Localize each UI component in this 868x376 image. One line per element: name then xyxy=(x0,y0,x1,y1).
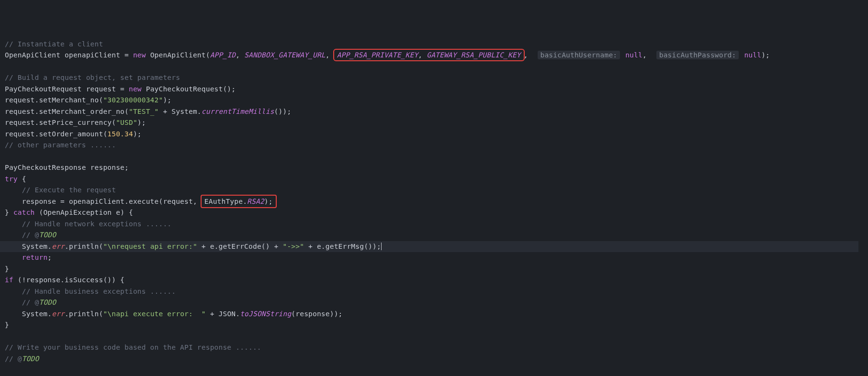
code-text: ); xyxy=(761,51,770,59)
const-private-key: APP_RSA_PRIVATE_KEY xyxy=(337,51,418,59)
param-hint: basicAuthPassword: xyxy=(656,51,739,59)
field-err: err xyxy=(52,310,65,318)
const-rsa2: RSA2 xyxy=(247,198,264,205)
method-call: currentTimeMillis xyxy=(202,108,274,115)
code-text: + System. xyxy=(158,108,201,115)
code-text: request.setOrder_amount( xyxy=(5,130,107,138)
code-text: + e.getErrCode() + xyxy=(197,243,283,250)
code-text: } xyxy=(5,209,13,216)
code-text: OpenApiClient( xyxy=(146,51,210,59)
code-text: System. xyxy=(5,243,52,250)
code-text: request.setMerchant_no( xyxy=(5,96,103,104)
comment-text: // @ xyxy=(5,299,39,306)
string-literal: "\nrequest api error:" xyxy=(103,243,197,250)
code-text: { xyxy=(18,175,26,183)
code-text: .println( xyxy=(65,243,103,250)
keyword-catch: catch xyxy=(13,209,35,216)
code-text: (!response.isSuccess()) { xyxy=(13,276,124,284)
comment-line: // Build a request object, set parameter… xyxy=(5,74,180,81)
code-text: , xyxy=(524,51,532,59)
const-app-id: APP_ID xyxy=(210,51,236,59)
todo-marker: TODO xyxy=(22,355,39,363)
code-text: ; xyxy=(47,254,52,261)
comment-text: // @ xyxy=(5,355,22,363)
string-literal: "->>" xyxy=(282,243,304,250)
string-literal: "302300000342" xyxy=(103,96,163,104)
todo-marker: TODO xyxy=(39,299,56,306)
comment-line: // @TODO xyxy=(5,299,56,306)
comment-line: // other parameters ...... xyxy=(5,141,116,149)
code-text: + e.getErrMsg()); xyxy=(304,243,381,250)
comment-line: // Execute the request xyxy=(5,186,116,194)
code-text: ); xyxy=(163,96,171,104)
comment-line: // @TODO xyxy=(5,355,39,363)
null-literal: null xyxy=(625,51,643,59)
code-text: request.setMerchant_order_no( xyxy=(5,108,129,115)
keyword-try: try xyxy=(5,175,18,183)
comment-line: // Write your business code based on the… xyxy=(5,343,261,351)
code-text: EAuthType. xyxy=(204,198,247,205)
code-text: ); xyxy=(137,119,146,126)
code-text: PayCheckoutRequest request = xyxy=(5,85,129,93)
code-text: request.setPrice_currency( xyxy=(5,119,116,126)
code-text: (OpenApiException e) { xyxy=(35,209,133,216)
number-literal: 150.34 xyxy=(107,130,133,138)
code-text: ); xyxy=(133,130,142,138)
highlight-box-keys: APP_RSA_PRIVATE_KEY, GATEWAY_RSA_PUBLIC_… xyxy=(333,49,525,61)
field-err: err xyxy=(52,243,65,250)
code-text: , xyxy=(418,51,427,59)
todo-marker: TODO xyxy=(39,231,56,239)
comment-line: // Handle business exceptions ...... xyxy=(5,288,176,295)
code-editor[interactable]: // Instantiate a client OpenApiClient op… xyxy=(5,39,863,365)
const-sandbox-url: SANDBOX_GATEWAY_URL xyxy=(244,51,326,59)
code-text xyxy=(5,254,22,261)
code-text: OpenApiClient openapiClient = xyxy=(5,51,133,59)
keyword-return: return xyxy=(22,254,48,261)
code-text: PayCheckoutRequest(); xyxy=(142,85,236,93)
text-cursor-icon xyxy=(381,243,382,250)
code-text: + JSON. xyxy=(206,310,240,318)
const-public-key: GATEWAY_RSA_PUBLIC_KEY xyxy=(427,51,520,59)
string-literal: "TEST_" xyxy=(129,108,159,115)
code-text: , xyxy=(236,51,244,59)
keyword-new: new xyxy=(133,51,146,59)
param-hint: basicAuthUsername: xyxy=(538,51,620,59)
keyword-new: new xyxy=(129,85,142,93)
keyword-if: if xyxy=(5,276,13,284)
comment-line: // Instantiate a client xyxy=(5,40,103,48)
code-text: ); xyxy=(264,198,273,205)
code-text: response = openapiClient.execute(request… xyxy=(5,198,197,205)
code-text: } xyxy=(5,321,9,329)
current-line: System.err.println("\nrequest api error:… xyxy=(0,241,858,253)
comment-line: // Handle network exceptions ...... xyxy=(5,220,171,228)
code-text: , xyxy=(643,51,651,59)
comment-line: // @TODO xyxy=(5,231,56,239)
code-text: ()); xyxy=(274,108,292,115)
code-text: .println( xyxy=(65,310,103,318)
method-call: toJSONString xyxy=(240,310,291,318)
comment-text: // @ xyxy=(5,231,39,239)
highlight-box-authtype: EAuthType.RSA2); xyxy=(201,195,277,208)
code-text: (response)); xyxy=(291,310,342,318)
code-text: } xyxy=(5,265,9,273)
null-literal: null xyxy=(744,51,761,59)
string-literal: "\napi execute error: " xyxy=(103,310,205,318)
code-text: , xyxy=(326,51,330,59)
string-literal: "USD" xyxy=(116,119,137,126)
code-text: PayCheckoutResponse response; xyxy=(5,164,129,171)
code-text: System. xyxy=(5,310,52,318)
